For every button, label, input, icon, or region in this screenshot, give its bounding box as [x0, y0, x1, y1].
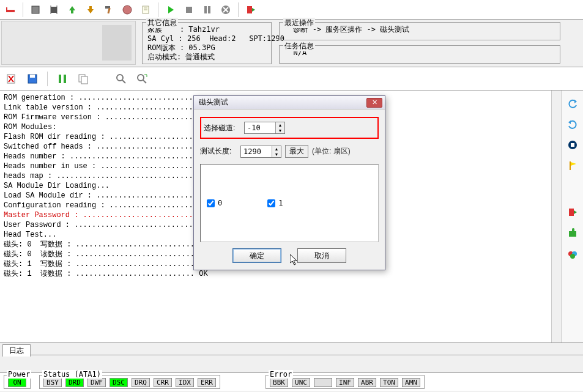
- log-scrollbar[interactable]: [551, 91, 561, 342]
- length-row: 测试长度: ▲▼ 最大 (单位: 扇区): [200, 145, 379, 158]
- unit-label: (单位: 扇区): [312, 146, 351, 157]
- toolbar-btn-chip[interactable]: [46, 2, 62, 18]
- device-thumbnail: [1, 21, 136, 65]
- toolbar-btn-book[interactable]: [28, 2, 43, 18]
- toolbar-btn-play[interactable]: [163, 2, 179, 18]
- rail-flag-icon[interactable]: [566, 159, 579, 172]
- error-chip: [314, 378, 332, 387]
- rail-palette-icon[interactable]: [566, 247, 579, 261]
- power-chip: ON: [8, 378, 26, 387]
- toolbar-btn-cancel[interactable]: [218, 2, 234, 18]
- toolbar-sep: [47, 72, 48, 86]
- sub-btn-pause[interactable]: [54, 71, 70, 87]
- length-input[interactable]: [241, 146, 272, 157]
- info-line: SA Cyl : 256 Head:2 SPT:1290: [147, 34, 266, 43]
- svg-point-30: [117, 75, 123, 81]
- head-1-checkbox[interactable]: 1: [265, 167, 283, 239]
- sub-toolbar: [0, 67, 583, 91]
- status-ata-group: Status (ATA1) BSYDRDDWFDSCDRQCRRIDXERR: [39, 375, 220, 389]
- toolbar-sep: [158, 2, 158, 17]
- svg-line-33: [143, 80, 146, 83]
- toolbar-btn-down[interactable]: [83, 2, 98, 18]
- toolbar-btn-globe[interactable]: [119, 2, 135, 18]
- head-test-dialog: 磁头测试 ✕ 选择磁道: ▲▼ 测试长度: ▲▼ 最大 (单位: 扇区) 0 1…: [193, 95, 385, 270]
- error-chip: UNC: [292, 378, 310, 387]
- svg-rect-36: [570, 161, 571, 170]
- rail-door-icon[interactable]: [566, 205, 579, 219]
- task-info-legend: 任务信息: [283, 41, 315, 51]
- other-info-group: 其它信息 家族 : Tahz1vr SA Cyl : 256 Head:2 SP…: [142, 22, 272, 64]
- dialog-close-button[interactable]: ✕: [366, 98, 382, 108]
- svg-line-31: [122, 80, 125, 83]
- rail-record-icon[interactable]: [566, 138, 579, 152]
- head-0-checkbox[interactable]: 0: [204, 167, 222, 239]
- status-chip: DWF: [87, 378, 106, 387]
- toolbar-sep: [23, 2, 23, 17]
- ok-button[interactable]: 确定: [232, 248, 281, 263]
- spinner-arrows[interactable]: ▲▼: [275, 122, 284, 133]
- status-chip: CRR: [154, 378, 172, 387]
- sub-btn-copy[interactable]: [75, 71, 91, 87]
- svg-rect-15: [204, 6, 207, 13]
- rail-redo-icon[interactable]: [566, 117, 579, 131]
- track-input[interactable]: [245, 122, 275, 133]
- power-legend: Power: [7, 370, 31, 379]
- svg-point-32: [138, 75, 144, 81]
- status-chip: BSY: [43, 378, 62, 387]
- rail-undo-icon[interactable]: [566, 97, 579, 110]
- status-chip: ERR: [198, 378, 216, 387]
- svg-rect-9: [107, 7, 110, 13]
- svg-rect-7: [89, 6, 92, 9]
- svg-rect-1: [6, 7, 7, 12]
- status-bar: Power ON Status (ATA1) BSYDRDDWFDSCDRQCR…: [0, 372, 583, 391]
- svg-rect-20: [247, 6, 252, 13]
- svg-rect-29: [81, 76, 87, 84]
- rail-puzzle-icon[interactable]: [566, 226, 579, 240]
- toolbar-btn-pause[interactable]: [199, 2, 215, 18]
- error-group: Error BBKUNCINFABRTONAMN: [266, 375, 425, 389]
- svg-rect-6: [71, 10, 73, 13]
- svg-point-10: [123, 6, 132, 14]
- toolbar-btn-note[interactable]: [138, 2, 154, 18]
- dialog-buttons: 确定 取消: [200, 248, 379, 263]
- status-chip: IDX: [176, 378, 194, 387]
- spinner-arrows[interactable]: ▲▼: [272, 146, 281, 157]
- length-label: 测试长度:: [200, 146, 237, 157]
- svg-rect-2: [32, 6, 39, 13]
- toolbar-btn-hammer[interactable]: [101, 2, 117, 18]
- track-row: 选择磁道: ▲▼: [200, 117, 379, 139]
- track-spinner[interactable]: ▲▼: [244, 122, 285, 134]
- toolbar-btn-bed[interactable]: [2, 2, 18, 18]
- sub-btn-delete[interactable]: [4, 71, 20, 87]
- length-spinner[interactable]: ▲▼: [240, 146, 281, 158]
- toolbar-btn-stop[interactable]: [181, 2, 197, 18]
- svg-rect-37: [569, 209, 574, 216]
- max-button[interactable]: 最大: [285, 145, 308, 158]
- info-line: 启动模式: 普通模式: [147, 53, 266, 62]
- task-info-line: N/A: [284, 48, 555, 57]
- log-line: 磁头: 1 读数据 : ........................... …: [4, 269, 548, 279]
- recent-ops-line: 诊断 -> 服务区操作 -> 磁头测试: [284, 25, 555, 34]
- status-chip: DRQ: [132, 378, 150, 387]
- sub-btn-search1[interactable]: [113, 71, 129, 87]
- dialog-title: 磁头测试: [199, 97, 366, 108]
- svg-point-40: [570, 254, 575, 259]
- sub-btn-save[interactable]: [24, 71, 40, 87]
- info-line: ROM版本 : 05.3PG: [147, 43, 266, 53]
- error-chip: INF: [336, 378, 354, 387]
- cancel-button[interactable]: 取消: [297, 248, 346, 263]
- svg-rect-3: [51, 7, 57, 13]
- dialog-titlebar[interactable]: 磁头测试 ✕: [194, 96, 385, 109]
- recent-ops-legend: 最近操作: [283, 18, 315, 28]
- toolbar-btn-up[interactable]: [64, 2, 80, 18]
- sub-btn-search2[interactable]: [134, 71, 150, 87]
- svg-rect-35: [571, 143, 574, 147]
- svg-rect-14: [186, 7, 192, 13]
- footer-tabs: 日志: [0, 342, 583, 356]
- task-info-group: 任务信息 N/A: [279, 45, 560, 64]
- recent-ops-group: 最近操作 诊断 -> 服务区操作 -> 磁头测试: [279, 22, 560, 40]
- error-chip: AMN: [402, 378, 420, 387]
- dialog-body: 选择磁道: ▲▼ 测试长度: ▲▼ 最大 (单位: 扇区) 0 1 确定 取消: [194, 109, 385, 270]
- toolbar-btn-exit[interactable]: [243, 2, 259, 18]
- footer-tab-log[interactable]: 日志: [2, 344, 31, 357]
